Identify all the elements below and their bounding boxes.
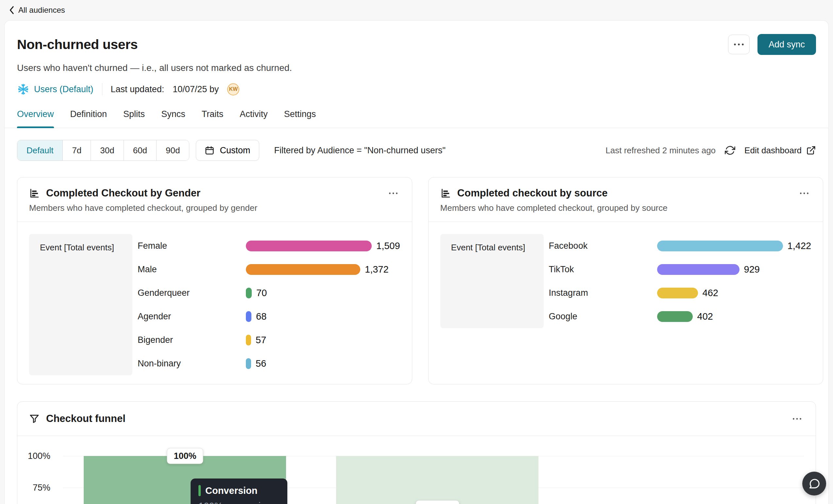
chart-bar-row: Agender68 [138, 305, 400, 328]
dashboard-toolbar: Default 7d 30d 60d 90d Custom Filtered b… [5, 140, 828, 161]
last-updated-label: Last updated: [111, 84, 164, 94]
chart-bar-row: Non-binary56 [138, 352, 400, 375]
funnel-bar-step-2[interactable] [336, 456, 539, 504]
bar-value: 1,509 [376, 241, 400, 251]
time-range-segmented-control: Default 7d 30d 60d 90d [17, 140, 189, 161]
range-30d-button[interactable]: 30d [91, 140, 123, 161]
chart-bar-row: Male1,372 [138, 258, 400, 281]
chart-card-funnel: Checkout funnel 100% 75% 100% 58.78% [17, 401, 816, 504]
calendar-icon [205, 145, 214, 155]
last-updated-value: 10/07/25 by [173, 84, 219, 94]
more-dots-icon [388, 192, 398, 195]
chart-card-gender: Completed Checkout by Gender Members who… [17, 177, 412, 384]
edit-dashboard-button[interactable]: Edit dashboard [744, 145, 816, 155]
chart-bar-row: Facebook1,422 [549, 234, 811, 258]
edit-dashboard-label: Edit dashboard [744, 145, 802, 155]
bar-segment[interactable] [657, 288, 698, 298]
event-panel: Event [Total events] [29, 234, 133, 375]
custom-range-button[interactable]: Custom [196, 140, 259, 161]
header-more-button[interactable] [728, 34, 749, 54]
chart-bar-row: Genderqueer70 [138, 281, 400, 305]
chart-more-button[interactable] [386, 190, 400, 197]
bar-segment[interactable] [657, 264, 739, 275]
chart-bar-row: TikTok929 [549, 258, 811, 281]
chart-bar-row: Female1,509 [138, 234, 400, 258]
audience-detail-card: Non-churned users Add sync Users who hav… [4, 20, 829, 504]
bar-value: 68 [256, 311, 266, 322]
bar-chart-icon [29, 188, 40, 198]
more-dots-icon [792, 417, 802, 420]
add-sync-button[interactable]: Add sync [758, 34, 816, 55]
bar-chart-icon [441, 188, 451, 198]
bar-segment[interactable] [246, 358, 251, 369]
custom-range-label: Custom [220, 145, 250, 155]
breadcrumb[interactable]: All audiences [8, 5, 65, 15]
chart-title: Completed checkout by source [457, 187, 608, 199]
avatar: KW [227, 83, 239, 95]
chart-more-button[interactable] [798, 190, 811, 197]
bar-chart-rows: Female1,509Male1,372Genderqueer70Agender… [138, 234, 400, 375]
refresh-icon [725, 145, 735, 155]
refresh-button[interactable] [725, 145, 735, 155]
y-tick-100: 100% [17, 451, 50, 461]
tab-settings[interactable]: Settings [284, 104, 316, 128]
range-7d-button[interactable]: 7d [63, 140, 91, 161]
tooltip-title: Conversion [205, 485, 258, 496]
chart-bar-row: Bigender57 [138, 328, 400, 352]
bar-value: 56 [256, 358, 266, 369]
breadcrumb-label: All audiences [18, 5, 65, 15]
source-link[interactable]: Users (Default) [17, 83, 94, 95]
bar-category-label: Male [138, 264, 246, 274]
conversion-badge-step-2: 58.78% [415, 500, 459, 504]
chart-subtitle: Members who have completed checkout, gro… [441, 203, 811, 213]
tab-definition[interactable]: Definition [70, 104, 107, 128]
bar-category-label: Female [138, 241, 246, 251]
tooltip-accent-bar [198, 485, 201, 496]
chat-launcher-button[interactable] [802, 472, 826, 496]
bar-value: 929 [744, 264, 760, 275]
bar-category-label: Google [549, 311, 657, 321]
bar-value: 1,422 [788, 241, 811, 251]
bar-category-label: TikTok [549, 264, 657, 274]
tab-syncs[interactable]: Syncs [161, 104, 185, 128]
tab-activity[interactable]: Activity [240, 104, 268, 128]
page-title: Non-churned users [17, 37, 138, 52]
range-90d-button[interactable]: 90d [156, 140, 189, 161]
source-link-label: Users (Default) [34, 84, 94, 94]
chart-bar-row: Google402 [549, 305, 811, 328]
tab-bar: Overview Definition Splits Syncs Traits … [5, 104, 828, 128]
bar-value: 57 [256, 335, 266, 345]
more-dots-icon [799, 192, 809, 195]
bar-segment[interactable] [657, 311, 693, 322]
back-chevron-icon [8, 5, 15, 15]
conversion-badge-step-1: 100% [167, 448, 203, 464]
bar-category-label: Non-binary [138, 359, 246, 369]
bar-segment[interactable] [246, 288, 252, 298]
bar-value: 1,372 [365, 264, 389, 275]
chart-bar-row: Instagram462 [549, 281, 811, 305]
bar-segment[interactable] [246, 264, 360, 275]
top-bar: All audiences [0, 0, 833, 20]
bar-segment[interactable] [246, 241, 372, 251]
chart-more-button[interactable] [790, 415, 804, 422]
bar-category-label: Genderqueer [138, 288, 246, 298]
funnel-plot: 100% 75% 100% 58.78% Conversion 100% con… [17, 436, 816, 504]
bar-segment[interactable] [657, 241, 783, 251]
bar-chart-rows: Facebook1,422TikTok929Instagram462Google… [549, 234, 811, 328]
range-default-button[interactable]: Default [17, 140, 63, 161]
bar-category-label: Bigender [138, 335, 246, 345]
chart-title: Checkout funnel [46, 413, 125, 425]
tooltip-detail: 100% conversion [198, 501, 280, 504]
y-tick-75: 75% [17, 483, 50, 493]
tab-traits[interactable]: Traits [202, 104, 223, 128]
external-link-icon [806, 145, 816, 155]
tab-overview[interactable]: Overview [17, 104, 54, 128]
funnel-icon [29, 413, 40, 424]
bar-segment[interactable] [246, 335, 251, 345]
range-60d-button[interactable]: 60d [124, 140, 156, 161]
bar-value: 402 [697, 311, 713, 322]
bar-category-label: Facebook [549, 241, 657, 251]
bar-segment[interactable] [246, 311, 252, 322]
tab-splits[interactable]: Splits [123, 104, 145, 128]
event-panel: Event [Total events] [441, 234, 544, 328]
